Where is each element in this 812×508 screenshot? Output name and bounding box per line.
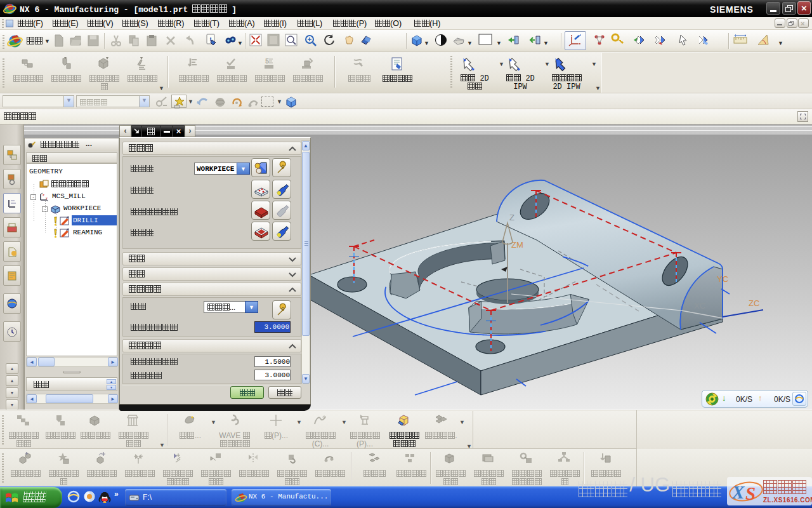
svg-text:5: 5 <box>265 57 269 65</box>
svg-text:YC: YC <box>717 274 728 284</box>
svg-text:S: S <box>745 483 756 504</box>
svg-text:z: z <box>43 193 44 197</box>
svg-text:x: x <box>46 196 48 200</box>
svg-text:Z: Z <box>509 213 514 222</box>
svg-text:XC: XC <box>694 301 705 311</box>
svg-text:ZC: ZC <box>749 298 759 308</box>
svg-text:ZM: ZM <box>511 240 523 250</box>
svg-text:X: X <box>731 482 745 502</box>
